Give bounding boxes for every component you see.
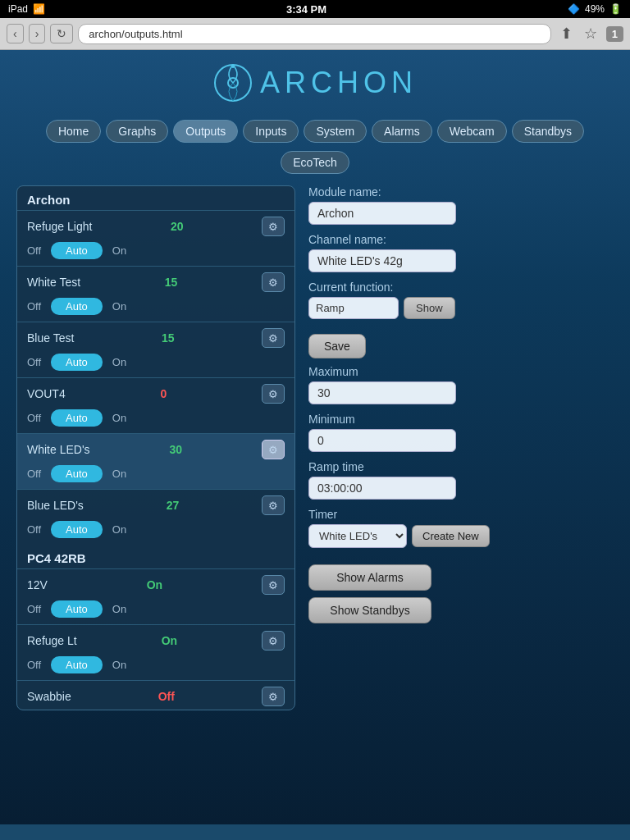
sub-nav-ecotech[interactable]: EcoTech <box>281 151 349 174</box>
output-name-white-leds: White LED's <box>27 443 90 456</box>
share-button[interactable]: ⬆ <box>556 23 577 44</box>
output-name-swabbie: Swabbie <box>27 690 71 703</box>
output-row-12v: 12V On ⚙ Off Auto On <box>17 568 294 624</box>
bookmark-button[interactable]: ☆ <box>580 23 601 44</box>
gear-12v[interactable]: ⚙ <box>262 575 285 595</box>
off-refuge-lt[interactable]: Off <box>27 659 41 671</box>
gear-white-test[interactable]: ⚙ <box>262 272 285 292</box>
auto-refuge-light[interactable]: Auto <box>51 242 103 259</box>
section-pc4-header: PC4 42RB <box>17 545 294 568</box>
function-select[interactable]: Ramp Sine Fixed Timer <box>308 297 399 319</box>
output-value-white-leds: 30 <box>170 443 183 456</box>
settings-panel: Module name: Channel name: Current funct… <box>308 185 614 630</box>
output-value-white-test: 15 <box>165 276 178 289</box>
output-row-white-leds: White LED's 30 ⚙ Off Auto On <box>17 433 294 489</box>
auto-blue-test[interactable]: Auto <box>51 354 103 371</box>
create-new-button[interactable]: Create New <box>412 525 490 547</box>
logo-text: ARCHON <box>260 66 418 100</box>
carrier: iPad <box>8 3 28 15</box>
show-button[interactable]: Show <box>404 297 455 319</box>
module-name-group: Module name: <box>308 185 614 225</box>
auto-vout4[interactable]: Auto <box>51 409 103 427</box>
off-white-leds[interactable]: Off <box>27 468 41 480</box>
show-standbys-button[interactable]: Show Standbys <box>308 597 431 623</box>
maximum-label: Maximum <box>308 365 614 378</box>
ramp-time-group: Ramp time <box>308 460 614 500</box>
address-bar[interactable] <box>78 24 550 44</box>
auto-white-leds[interactable]: Auto <box>51 465 103 482</box>
on-white-leds[interactable]: On <box>112 468 126 480</box>
action-buttons: Show Alarms Show Standbys <box>308 564 614 623</box>
gear-refuge-lt[interactable]: ⚙ <box>262 631 285 651</box>
current-function-label: Current function: <box>308 281 614 294</box>
nav-inputs[interactable]: Inputs <box>243 120 299 143</box>
battery-percent: 49% <box>585 3 605 15</box>
current-function-group: Current function: Ramp Sine Fixed Timer … <box>308 281 614 319</box>
auto-refuge-lt[interactable]: Auto <box>51 656 103 673</box>
maximum-group: Maximum <box>308 365 614 404</box>
gear-swabbie[interactable]: ⚙ <box>262 687 285 706</box>
timer-select[interactable]: White LED's <box>308 524 407 548</box>
forward-button[interactable]: › <box>29 24 46 43</box>
output-row-swabbie: Swabbie Off ⚙ <box>17 680 294 710</box>
nav-outputs[interactable]: Outputs <box>173 120 238 143</box>
on-12v[interactable]: On <box>112 603 126 615</box>
logo-icon <box>212 62 253 103</box>
off-blue-leds[interactable]: Off <box>27 523 41 536</box>
nav-webcam[interactable]: Webcam <box>437 120 507 143</box>
on-refuge-lt[interactable]: On <box>112 659 126 671</box>
back-button[interactable]: ‹ <box>7 24 24 43</box>
auto-white-test[interactable]: Auto <box>51 298 103 315</box>
header: ARCHON <box>0 50 630 115</box>
wifi-icon: 📶 <box>33 3 45 15</box>
browser-bar: ‹ › ↻ ⬆ ☆ 1 <box>0 18 630 50</box>
gear-vout4[interactable]: ⚙ <box>262 384 285 404</box>
output-value-12v: On <box>147 578 162 591</box>
minimum-input[interactable] <box>308 429 456 452</box>
off-refuge-light[interactable]: Off <box>27 244 41 257</box>
nav-alarms[interactable]: Alarms <box>372 120 432 143</box>
minimum-label: Minimum <box>308 413 614 426</box>
output-name-blue-test: Blue Test <box>27 331 74 345</box>
off-white-test[interactable]: Off <box>27 300 41 313</box>
refresh-button[interactable]: ↻ <box>50 24 73 43</box>
output-value-refuge-lt: On <box>162 634 177 647</box>
gear-blue-leds[interactable]: ⚙ <box>262 495 285 515</box>
timer-label: Timer <box>308 508 614 521</box>
nav-graphs[interactable]: Graphs <box>106 120 168 143</box>
on-white-test[interactable]: On <box>112 300 126 313</box>
off-12v[interactable]: Off <box>27 603 41 615</box>
output-value-refuge-light: 20 <box>171 220 184 233</box>
output-name-refuge-lt: Refuge Lt <box>27 634 77 647</box>
gear-white-leds[interactable]: ⚙ <box>262 440 285 459</box>
maximum-input[interactable] <box>308 381 456 404</box>
auto-blue-leds[interactable]: Auto <box>51 521 103 538</box>
off-vout4[interactable]: Off <box>27 412 41 424</box>
gear-refuge-light[interactable]: ⚙ <box>262 217 285 236</box>
nav-system[interactable]: System <box>304 120 367 143</box>
on-blue-test[interactable]: On <box>112 356 126 368</box>
show-alarms-button[interactable]: Show Alarms <box>308 564 431 591</box>
output-name-vout4: VOUT4 <box>27 387 66 400</box>
on-blue-leds[interactable]: On <box>112 523 126 536</box>
gear-blue-test[interactable]: ⚙ <box>262 328 285 348</box>
on-refuge-light[interactable]: On <box>112 244 126 257</box>
tab-count[interactable]: 1 <box>606 26 623 42</box>
output-row-refuge-lt: Refuge Lt On ⚙ Off Auto On <box>17 624 294 680</box>
output-value-swabbie: Off <box>158 690 175 703</box>
page-background: ARCHON Home Graphs Outputs Inputs System… <box>0 50 630 824</box>
output-name-white-test: White Test <box>27 276 80 289</box>
nav-standbys[interactable]: Standbys <box>512 120 584 143</box>
output-row-white-test: White Test 15 ⚙ Off Auto On <box>17 266 294 322</box>
off-blue-test[interactable]: Off <box>27 356 41 368</box>
channel-name-input[interactable] <box>308 249 456 272</box>
save-button[interactable]: Save <box>308 334 366 358</box>
ramp-time-input[interactable] <box>308 477 456 500</box>
output-row-vout4: VOUT4 0 ⚙ Off Auto On <box>17 377 294 433</box>
output-row-blue-leds: Blue LED's 27 ⚙ Off Auto On <box>17 489 294 545</box>
channel-name-group: Channel name: <box>308 233 614 272</box>
on-vout4[interactable]: On <box>112 412 126 424</box>
auto-12v[interactable]: Auto <box>51 600 103 618</box>
module-name-input[interactable] <box>308 202 456 225</box>
nav-home[interactable]: Home <box>46 120 101 143</box>
